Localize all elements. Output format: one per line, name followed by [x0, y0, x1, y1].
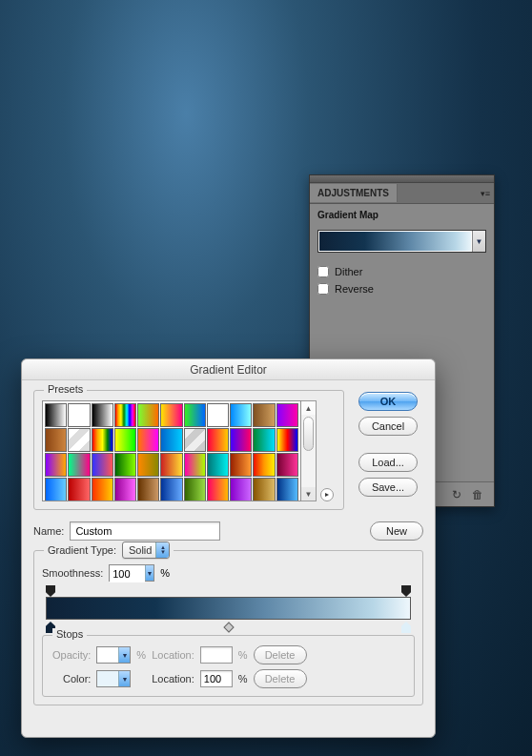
preset-swatch[interactable]	[276, 453, 298, 477]
preset-swatch[interactable]	[137, 478, 159, 501]
color-stop-right[interactable]	[401, 622, 411, 633]
dialog-buttons: OK Cancel Load... Save...	[358, 392, 418, 497]
preset-swatch[interactable]	[207, 428, 229, 452]
reset-icon[interactable]: ↻	[450, 488, 463, 501]
name-label: Name:	[33, 525, 64, 537]
tab-adjustments[interactable]: ADJUSTMENTS	[310, 184, 398, 202]
preset-swatch[interactable]	[276, 428, 298, 452]
smoothness-value[interactable]	[110, 565, 145, 582]
opacity-input: ▼	[96, 646, 131, 664]
preset-swatch[interactable]	[137, 403, 159, 427]
dither-checkbox[interactable]	[317, 266, 329, 277]
gradient-type-select[interactable]: Solid ▲▼	[122, 541, 170, 559]
preset-swatch[interactable]	[137, 428, 159, 452]
color-input[interactable]: ▼	[96, 670, 131, 687]
name-input[interactable]	[70, 521, 219, 541]
preset-swatch[interactable]	[230, 403, 252, 427]
smoothness-label: Smoothness:	[42, 567, 103, 579]
opacity-stop-left[interactable]	[46, 585, 55, 597]
preset-swatch[interactable]	[230, 478, 252, 501]
preset-swatch[interactable]	[45, 403, 67, 427]
preset-swatch[interactable]	[276, 403, 298, 427]
gradient-dropdown-icon[interactable]: ▼	[472, 231, 485, 252]
opacity-label: Opacity:	[52, 649, 91, 661]
preset-swatch[interactable]	[184, 453, 206, 477]
color-label: Color:	[52, 673, 91, 684]
chevron-down-icon: ▼	[118, 647, 130, 663]
preset-swatch[interactable]	[230, 453, 252, 477]
preset-swatch[interactable]	[68, 403, 90, 427]
preset-swatch[interactable]	[68, 428, 90, 452]
name-row: Name: New	[33, 521, 423, 541]
save-button[interactable]: Save...	[358, 478, 418, 497]
color-location-input[interactable]	[200, 670, 233, 687]
location-label-2: Location:	[152, 673, 194, 684]
delete-color-button[interactable]: Delete	[254, 669, 307, 688]
chevron-down-icon[interactable]: ▼	[145, 565, 153, 581]
preset-swatch[interactable]	[160, 428, 182, 452]
preset-swatch[interactable]	[276, 478, 298, 501]
gradient-type-fieldset: Gradient Type: Solid ▲▼ Smoothness: ▼ %	[33, 550, 423, 705]
location-label-1: Location:	[152, 649, 194, 661]
preset-swatch[interactable]	[45, 478, 67, 501]
scroll-thumb[interactable]	[303, 417, 314, 451]
presets-menu-icon[interactable]: ▸	[320, 488, 334, 501]
preset-swatch[interactable]	[253, 453, 275, 477]
preset-grid[interactable]	[42, 400, 301, 501]
gradient-type-label: Gradient Type:	[48, 544, 116, 556]
preset-swatch[interactable]	[92, 478, 113, 501]
preset-swatch[interactable]	[230, 428, 252, 452]
reverse-checkbox-row[interactable]: Reverse	[317, 283, 486, 295]
preset-swatch[interactable]	[114, 403, 136, 427]
presets-scrollbar[interactable]: ▲ ▼	[301, 400, 317, 501]
opacity-location-input	[200, 646, 233, 664]
preset-swatch[interactable]	[253, 478, 275, 501]
dialog-title[interactable]: Gradient Editor	[22, 359, 435, 380]
preset-swatch[interactable]	[184, 428, 206, 452]
gradient-bar[interactable]	[42, 583, 415, 635]
gradient-swatch[interactable]	[318, 231, 472, 252]
scroll-up-icon[interactable]: ▲	[301, 401, 316, 415]
gradient-map-preview[interactable]: ▼	[317, 230, 486, 253]
preset-swatch[interactable]	[207, 403, 229, 427]
panel-titlebar[interactable]	[310, 175, 494, 183]
preset-swatch[interactable]	[253, 403, 275, 427]
preset-swatch[interactable]	[92, 453, 113, 477]
preset-swatch[interactable]	[114, 428, 136, 452]
reverse-checkbox[interactable]	[317, 283, 329, 295]
preset-swatch[interactable]	[137, 453, 159, 477]
preset-swatch[interactable]	[68, 478, 90, 501]
preset-swatch[interactable]	[160, 453, 182, 477]
preset-swatch[interactable]	[45, 428, 67, 452]
midpoint-handle[interactable]	[223, 622, 234, 632]
chevron-down-icon[interactable]: ▼	[118, 671, 130, 686]
new-button[interactable]: New	[370, 521, 423, 541]
preset-swatch[interactable]	[253, 428, 275, 452]
cancel-button[interactable]: Cancel	[358, 417, 418, 436]
preset-swatch[interactable]	[114, 453, 136, 477]
preset-swatch[interactable]	[68, 453, 90, 477]
panel-menu-icon[interactable]: ▾≡	[481, 189, 490, 198]
scroll-down-icon[interactable]: ▼	[301, 487, 316, 501]
preset-swatch[interactable]	[114, 478, 136, 501]
preset-swatch[interactable]	[207, 453, 229, 477]
load-button[interactable]: Load...	[358, 453, 418, 472]
preset-swatch[interactable]	[207, 478, 229, 501]
stops-label: Stops	[52, 628, 87, 640]
smoothness-input[interactable]: ▼	[109, 564, 154, 582]
dither-checkbox-row[interactable]: Dither	[317, 266, 486, 277]
preset-swatch[interactable]	[184, 478, 206, 501]
trash-icon[interactable]: 🗑	[471, 488, 484, 501]
percent-label: %	[160, 567, 170, 579]
preset-swatch[interactable]	[160, 403, 182, 427]
preset-swatch[interactable]	[184, 403, 206, 427]
ok-button[interactable]: OK	[358, 392, 418, 411]
preset-swatch[interactable]	[92, 403, 113, 427]
presets-fieldset: Presets ▲ ▼ ▸	[33, 390, 344, 510]
preset-swatch[interactable]	[45, 453, 67, 477]
preset-swatch[interactable]	[160, 478, 182, 501]
panel-tab-strip: ADJUSTMENTS ▾≡	[310, 183, 494, 204]
preset-swatch[interactable]	[92, 428, 113, 452]
opacity-stop-right[interactable]	[401, 585, 411, 597]
delete-opacity-button: Delete	[254, 645, 307, 664]
